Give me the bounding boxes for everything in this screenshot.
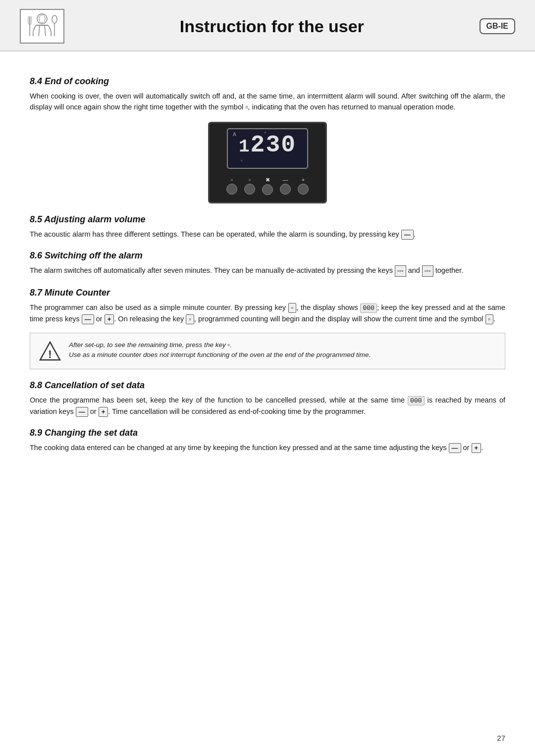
display-000-1: 000 xyxy=(360,303,376,313)
section-8-5-body: The acoustic alarm has three different s… xyxy=(30,229,505,240)
section-8-8-body: Once the programme has been set, keep th… xyxy=(30,395,505,417)
bell-key-2: ▫ xyxy=(186,314,194,324)
oven-display: A 12▫30 ▫ ▫ xyxy=(208,122,327,203)
key-sym-1: ▫▫▫ xyxy=(395,265,406,277)
logo xyxy=(20,9,64,44)
key-sym-2: ▫▫▫ xyxy=(422,265,433,277)
logo-image xyxy=(22,11,62,41)
btn-menu: ▫ xyxy=(244,177,255,195)
btn-x: ✖ xyxy=(262,177,273,195)
section-8-7-body: The programmer can also be used as a sim… xyxy=(30,302,505,325)
section-8-4: 8.4 End of cooking When cooking is over,… xyxy=(30,76,505,203)
section-8-8: 8.8 Cancellation of set data Once the pr… xyxy=(30,380,505,417)
note-line2: Use as a minute counter does not interru… xyxy=(69,350,371,360)
main-content: 8.4 End of cooking When cooking is over,… xyxy=(0,51,535,476)
section-8-7-title: 8.7 Minute Counter xyxy=(30,288,505,298)
or-text-3: or xyxy=(463,444,470,452)
bell-sym-inline: ▫ xyxy=(485,314,494,324)
note-content: After set-up, to see the remaining time,… xyxy=(69,340,371,360)
minus-key-1: — xyxy=(401,230,414,240)
btn-plus: + xyxy=(298,177,309,195)
section-8-9-title: 8.9 Changing the set data xyxy=(30,428,505,438)
bell-key-1: ▫ xyxy=(288,303,297,313)
minus-key-4: — xyxy=(449,443,461,453)
warning-icon: ! xyxy=(39,340,61,362)
minus-key-2: — xyxy=(82,314,94,324)
section-8-4-body: When cooking is over, the oven will auto… xyxy=(30,91,505,113)
svg-text:!: ! xyxy=(48,348,52,360)
btn-minus: — xyxy=(280,177,291,195)
plus-key-2: + xyxy=(99,407,108,417)
section-8-5: 8.5 Adjusting alarm volume The acoustic … xyxy=(30,214,505,240)
region-badge: GB-IE xyxy=(480,18,515,34)
section-8-4-title: 8.4 End of cooking xyxy=(30,76,505,87)
section-8-5-title: 8.5 Adjusting alarm volume xyxy=(30,214,505,225)
minus-key-3: — xyxy=(76,407,88,417)
page-number: 27 xyxy=(497,734,505,742)
section-8-8-title: 8.8 Cancellation of set data xyxy=(30,380,505,391)
section-8-7: 8.7 Minute Counter The programmer can al… xyxy=(30,288,505,325)
plus-key-3: + xyxy=(472,443,482,453)
or-text-2: or xyxy=(90,407,97,415)
warning-note-box: ! After set-up, to see the remaining tim… xyxy=(30,333,505,369)
section-8-6-title: 8.6 Switching off the alarm xyxy=(30,251,505,261)
section-8-6-body: The alarm switches off automatically aft… xyxy=(30,265,505,277)
section-8-6: 8.6 Switching off the alarm The alarm sw… xyxy=(30,251,505,277)
note-line1: After set-up, to see the remaining time,… xyxy=(69,340,371,350)
plus-key-1: + xyxy=(105,314,114,324)
svg-point-7 xyxy=(52,15,57,23)
svg-point-0 xyxy=(37,14,47,24)
btn-bell: ▫ xyxy=(226,177,237,195)
or-text-1: or xyxy=(96,315,103,323)
section-8-9: 8.9 Changing the set data The cooking da… xyxy=(30,428,505,453)
display-image-area: A 12▫30 ▫ ▫ xyxy=(30,122,505,203)
page-header: Instruction for the user GB-IE xyxy=(0,0,535,51)
display-000-2: 000 xyxy=(408,396,424,405)
svg-point-1 xyxy=(39,15,45,23)
section-8-9-body: The cooking data entered can be changed … xyxy=(30,442,505,453)
page-title: Instruction for the user xyxy=(64,17,480,36)
display-buttons-row: ▫ ▫ ✖ — + xyxy=(226,177,309,195)
